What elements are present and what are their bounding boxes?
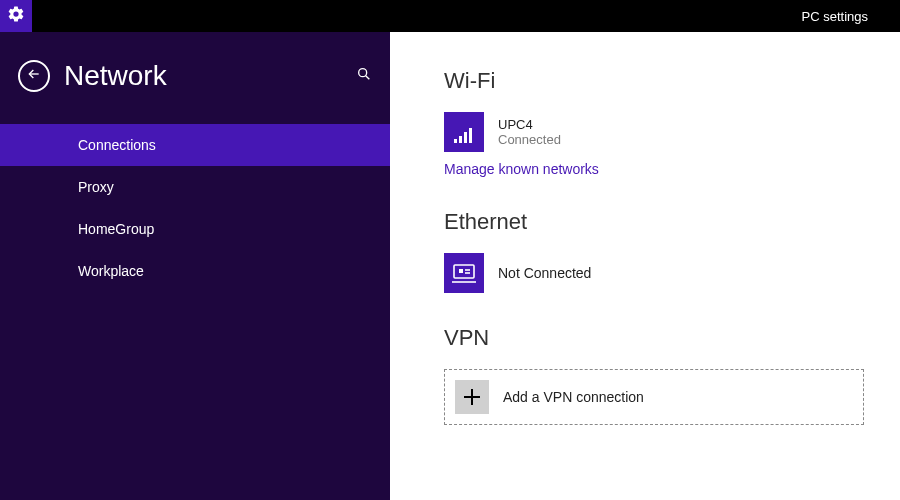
- svg-rect-8: [459, 269, 463, 273]
- wifi-signal-icon: [444, 112, 484, 152]
- topbar-title: PC settings: [802, 9, 868, 24]
- wifi-text: UPC4 Connected: [498, 117, 561, 147]
- add-vpn-label: Add a VPN connection: [503, 389, 644, 405]
- ethernet-icon: [444, 253, 484, 293]
- wifi-network-item[interactable]: UPC4 Connected: [444, 112, 900, 152]
- svg-rect-4: [464, 132, 467, 143]
- settings-gear-button[interactable]: [0, 0, 32, 32]
- wifi-heading: Wi-Fi: [444, 68, 900, 94]
- container: Network Connections Proxy HomeGroup Work…: [0, 32, 900, 500]
- sidebar-item-proxy[interactable]: Proxy: [0, 166, 390, 208]
- svg-rect-5: [469, 128, 472, 143]
- page-title: Network: [64, 60, 356, 92]
- vpn-heading: VPN: [444, 325, 900, 351]
- search-button[interactable]: [356, 66, 372, 86]
- svg-rect-3: [459, 136, 462, 143]
- svg-rect-6: [454, 265, 474, 278]
- main-panel: Wi-Fi UPC4 Connected Manage known networ…: [390, 32, 900, 500]
- ethernet-item[interactable]: Not Connected: [444, 253, 900, 293]
- sidebar-item-workplace[interactable]: Workplace: [0, 250, 390, 292]
- topbar: PC settings: [0, 0, 900, 32]
- manage-networks-link[interactable]: Manage known networks: [444, 161, 599, 177]
- svg-rect-2: [454, 139, 457, 143]
- plus-icon: [455, 380, 489, 414]
- svg-line-1: [366, 76, 370, 80]
- wifi-status: Connected: [498, 132, 561, 147]
- add-vpn-button[interactable]: Add a VPN connection: [444, 369, 864, 425]
- back-button[interactable]: [18, 60, 50, 92]
- back-arrow-icon: [26, 66, 42, 86]
- gear-icon: [7, 5, 25, 27]
- sidebar: Network Connections Proxy HomeGroup Work…: [0, 32, 390, 500]
- sidebar-item-connections[interactable]: Connections: [0, 124, 390, 166]
- svg-point-0: [359, 69, 367, 77]
- search-icon: [356, 68, 372, 85]
- sidebar-item-homegroup[interactable]: HomeGroup: [0, 208, 390, 250]
- nav-list: Connections Proxy HomeGroup Workplace: [0, 124, 390, 292]
- wifi-network-name: UPC4: [498, 117, 561, 132]
- sidebar-header: Network: [0, 60, 390, 92]
- ethernet-status: Not Connected: [498, 265, 591, 281]
- ethernet-heading: Ethernet: [444, 209, 900, 235]
